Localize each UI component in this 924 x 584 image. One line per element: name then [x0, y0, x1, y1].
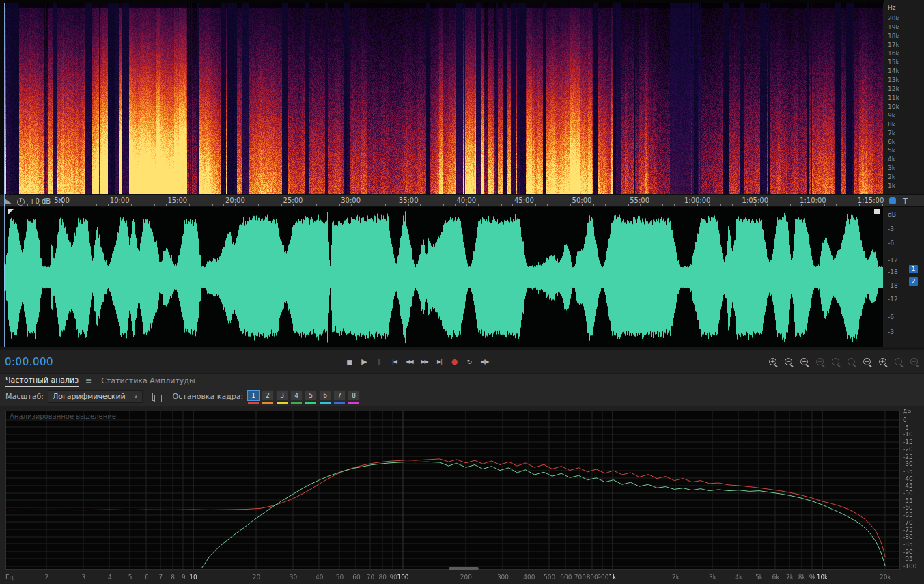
- playhead[interactable]: [4, 3, 5, 347]
- hold-button-4[interactable]: 4: [290, 390, 303, 401]
- zoom-out-vertical-button[interactable]: −: [815, 357, 826, 367]
- hold-color-swatch: [248, 402, 259, 404]
- spectrogram-canvas[interactable]: [4, 3, 883, 194]
- x-axis-tick-label: 7k: [786, 574, 794, 581]
- transport-bar: 0:00.000 ■▶‖|◀◀◀▶▶▶|●↻◀|▶ +−+−++−: [0, 350, 924, 373]
- chart-plot: [5, 411, 900, 570]
- ruler-time-label: 55:00: [630, 197, 649, 204]
- y-axis-tick-label: -95: [903, 555, 913, 562]
- chevron-down-icon: ∨: [134, 393, 138, 400]
- chart-hscrollbar-thumb[interactable]: [449, 567, 479, 570]
- x-axis-tick-label: 100: [397, 574, 408, 581]
- hold-color-swatch: [291, 402, 302, 404]
- x-axis-tick-label: 600: [560, 574, 572, 581]
- x-axis-tick-label: 40: [316, 574, 323, 581]
- frequency-tick-label: 18k: [888, 33, 899, 40]
- x-axis-unit: Гц: [5, 574, 14, 581]
- tab-frequency-analysis-label: Частотный анализ: [5, 376, 79, 385]
- x-axis-tick-label: 8: [171, 574, 175, 581]
- frequency-tick-label: 6k: [888, 139, 895, 145]
- x-axis-tick-label: 4k: [735, 574, 742, 581]
- frequency-tick-label: 13k: [888, 77, 899, 83]
- spectral-frequency-display[interactable]: [4, 3, 883, 194]
- tab-frequency-analysis[interactable]: Частотный анализ: [5, 374, 79, 387]
- x-axis-tick-label: 9k: [809, 574, 816, 581]
- frequency-tick-label: 20k: [888, 15, 899, 22]
- loop-playback-button[interactable]: ↻: [464, 356, 475, 367]
- pause-button[interactable]: ‖: [374, 356, 385, 367]
- rewind-button[interactable]: ◀◀: [404, 356, 415, 367]
- amplitude-tick-label: -18: [888, 268, 898, 275]
- x-axis-tick-label: 90: [389, 574, 397, 581]
- magnifier-glass: [848, 358, 855, 365]
- magnifier-glass: +: [769, 358, 776, 365]
- hold-button-6[interactable]: 6: [319, 390, 331, 401]
- x-axis-tick-label: 9: [182, 574, 186, 581]
- pin-icon[interactable]: Ŧ: [903, 197, 908, 206]
- zoom-out-button[interactable]: −: [784, 357, 794, 367]
- hold-button-5[interactable]: 5: [305, 390, 317, 401]
- zoom-in-vertical-button[interactable]: +: [800, 357, 810, 367]
- zoom-in-at-inpoint-button[interactable]: +: [863, 357, 873, 367]
- panel-menu-icon[interactable]: ≡: [85, 376, 92, 385]
- hold-color-swatch: [305, 402, 316, 404]
- hold-button-3[interactable]: 3: [276, 390, 288, 401]
- x-axis-tick-label: 700: [574, 574, 586, 581]
- zoom-reset-button[interactable]: [894, 357, 904, 367]
- record-button[interactable]: ●: [449, 356, 460, 367]
- hold-button-2[interactable]: 2: [262, 390, 274, 401]
- hold-button-1[interactable]: 1: [247, 390, 260, 401]
- amplitude-scale[interactable]: dB -3-6-12-18-18-12-6-312: [884, 207, 924, 347]
- tab-amplitude-statistics[interactable]: Статистика Амплитуды: [101, 375, 195, 387]
- x-axis-tick-label: 10k: [817, 574, 828, 581]
- zoom-full-button[interactable]: −: [910, 357, 920, 367]
- copy-graph-icon[interactable]: [152, 393, 160, 401]
- frequency-scale[interactable]: Hz 20k19k18k17k16k15k14k13k12k11k10k9k8k…: [884, 0, 924, 194]
- analysis-tabs: Частотный анализ ≡ Статистика Амплитуды: [0, 373, 924, 387]
- channel-2-badge[interactable]: 2: [909, 277, 918, 286]
- ruler-time-label: 5:00: [54, 197, 69, 204]
- zoom-in-button[interactable]: +: [768, 357, 779, 367]
- x-axis-tick-label: 900: [597, 574, 608, 581]
- play-button[interactable]: ▶: [359, 356, 370, 367]
- hold-button-7[interactable]: 7: [333, 390, 346, 401]
- ruler-time-label: 15:00: [167, 197, 187, 204]
- transport-buttons: ■▶‖|◀◀◀▶▶▶|●↻◀|▶: [344, 356, 490, 367]
- hold-frame-6: 6: [319, 390, 331, 404]
- stop-button[interactable]: ■: [344, 356, 355, 367]
- magnifier-glass: [895, 358, 902, 365]
- skip-to-start-button[interactable]: |◀: [389, 356, 400, 367]
- y-axis-tick-label: -45: [903, 482, 913, 489]
- selection-handle-icon[interactable]: [8, 209, 14, 215]
- waveform-display[interactable]: [4, 207, 883, 347]
- y-axis-tick-label: -25: [903, 454, 913, 460]
- audition-waveform-editor: Hz 20k19k18k17k16k15k14k13k12k11k10k9k8k…: [0, 0, 924, 584]
- x-axis-tick-label: 300: [497, 574, 509, 581]
- timeline-ruler[interactable]: +0 dB × Ŧ 5:0010:0015:0020:0025:0030:003…: [0, 194, 924, 207]
- fast-forward-button[interactable]: ▶▶: [419, 356, 430, 367]
- zoom-selection-left-button[interactable]: [847, 357, 857, 367]
- amplitude-tick-label: -3: [888, 329, 894, 335]
- skip-selection-button[interactable]: ◀|▶: [479, 356, 490, 367]
- x-axis-tick-label: 80: [379, 574, 387, 581]
- x-axis-tick-label: 3: [82, 574, 86, 581]
- x-axis-tick-label: 8k: [798, 574, 806, 581]
- waveform-canvas[interactable]: [4, 207, 883, 347]
- scale-dropdown[interactable]: Логарифмический ∨: [48, 390, 143, 403]
- frequency-tick-label: 12k: [888, 85, 899, 92]
- channel-1-badge[interactable]: 1: [909, 265, 918, 273]
- zoom-in-at-outpoint-button[interactable]: +: [878, 357, 888, 367]
- hold-button-8[interactable]: 8: [348, 390, 360, 401]
- zoom-to-selection-button[interactable]: [831, 357, 841, 367]
- skip-to-end-button[interactable]: ▶|: [434, 356, 445, 367]
- frequency-tick-label: 19k: [888, 24, 899, 31]
- amplitude-tick-label: -3: [888, 225, 894, 232]
- x-axis-tick-label: 5: [128, 574, 132, 581]
- panel-grip[interactable]: [874, 209, 880, 214]
- monitor-icon[interactable]: [889, 197, 896, 204]
- x-axis-tick-label: 2: [45, 574, 49, 581]
- x-axis-tick-label: 4: [108, 574, 112, 581]
- time-display[interactable]: 0:00.000: [5, 356, 53, 368]
- amplitude-tick-label: -6: [888, 314, 894, 320]
- frequency-tick-label: 17k: [888, 42, 899, 48]
